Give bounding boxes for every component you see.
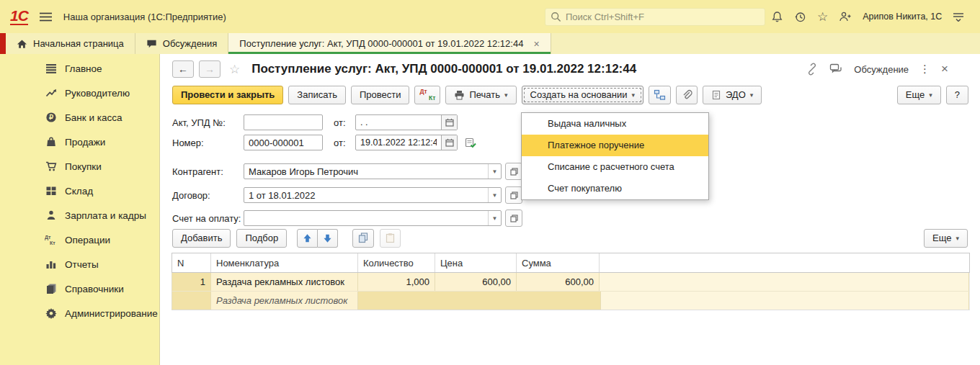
menu-item-payment-order[interactable]: Платежное поручение <box>522 135 708 156</box>
table-toolbar: Добавить Подбор Еще ▾ <box>172 228 968 248</box>
edo-label: ЭДО <box>726 89 746 100</box>
cell-nomenclature[interactable]: Раздача рекламных листовок <box>211 273 358 291</box>
cell-sum[interactable]: 600,00 <box>517 273 600 291</box>
calendar-icon[interactable] <box>441 115 457 130</box>
cell-content[interactable]: Раздача рекламных листовок <box>211 292 358 310</box>
set-date-check-icon[interactable] <box>465 138 476 148</box>
more-button[interactable]: Еще ▾ <box>897 86 941 104</box>
print-button[interactable]: Печать ▾ <box>445 86 516 104</box>
document-title: Поступление услуг: Акт, УПД 0000-000001 … <box>251 62 636 76</box>
attachments-button[interactable] <box>676 86 698 104</box>
tab-discussions[interactable]: Обсуждения <box>135 33 229 54</box>
table-more-button[interactable]: Еще ▾ <box>924 229 968 248</box>
cell-row-number[interactable]: 1 <box>172 273 211 291</box>
akt-number-input[interactable] <box>244 114 323 130</box>
cell-row-number-empty <box>172 292 211 310</box>
notifications-bell-icon[interactable] <box>771 11 783 23</box>
move-down-button[interactable] <box>318 229 338 248</box>
cell-empty <box>601 292 969 310</box>
help-button[interactable]: ? <box>946 86 968 104</box>
show-postings-button[interactable]: ДтКт <box>414 86 440 104</box>
sidebar-item-bank[interactable]: ₽ Банк и касса <box>0 105 159 130</box>
sidebar-item-administration[interactable]: Администрирование <box>0 301 159 325</box>
cell-price[interactable]: 600,00 <box>435 273 517 291</box>
history-icon[interactable] <box>794 11 806 23</box>
trend-arrow-icon <box>45 86 58 99</box>
back-button[interactable]: ← <box>172 60 194 78</box>
table-subrow[interactable]: Раздача рекламных листовок <box>172 292 970 310</box>
sidebar-item-operations[interactable]: ДтКт Операции <box>0 227 159 252</box>
sidebar-item-purchases[interactable]: Покупки <box>0 154 159 179</box>
paste-row-button[interactable] <box>380 229 401 248</box>
main-menu-icon[interactable] <box>40 12 52 22</box>
contract-row: Договор: ▼ <box>172 186 522 204</box>
open-contract-button[interactable] <box>505 186 522 204</box>
open-invoice-button[interactable] <box>505 209 522 227</box>
combo-dropdown-icon[interactable]: ▼ <box>488 211 501 225</box>
column-header-nomenclature[interactable]: Номенклатура <box>211 253 358 272</box>
sidebar-item-warehouse[interactable]: Склад <box>0 179 159 203</box>
contract-input[interactable] <box>244 188 488 202</box>
chat-bubble-icon <box>146 39 157 49</box>
sidebar-item-sales[interactable]: Продажи <box>0 130 159 154</box>
post-and-close-button[interactable]: Провести и закрыть <box>172 86 283 104</box>
close-form-icon[interactable]: × <box>941 62 948 76</box>
forward-button[interactable]: → <box>199 60 220 78</box>
service-menu-icon[interactable] <box>953 12 964 22</box>
tab-home[interactable]: Начальная страница <box>6 33 135 54</box>
column-header-empty <box>600 253 969 272</box>
pick-button[interactable]: Подбор <box>236 229 287 248</box>
search-input[interactable] <box>566 12 760 22</box>
sidebar-item-directories[interactable]: Справочники <box>0 276 159 301</box>
sidebar-item-manager[interactable]: Руководителю <box>0 81 159 105</box>
invoice-input[interactable] <box>244 211 488 225</box>
sidebar-item-label: Склад <box>65 186 93 197</box>
document-structure-button[interactable] <box>649 86 671 104</box>
books-icon <box>45 282 58 295</box>
save-button[interactable]: Записать <box>288 86 346 104</box>
edo-button[interactable]: ЭДО ▾ <box>703 86 762 104</box>
sidebar-item-reports[interactable]: Отчеты <box>0 252 159 276</box>
users-icon[interactable] <box>839 11 852 22</box>
calendar-icon[interactable] <box>441 135 457 150</box>
sidebar-item-label: Справочники <box>65 284 124 294</box>
tab-close-icon[interactable]: × <box>533 38 539 50</box>
current-user[interactable]: Арипов Никита, 1С <box>863 12 942 22</box>
column-header-n[interactable]: N <box>172 253 211 272</box>
tab-document[interactable]: Поступление услуг: Акт, УПД 0000-000001 … <box>228 33 551 54</box>
number-date-input[interactable] <box>356 135 441 150</box>
copy-row-button[interactable] <box>352 229 374 248</box>
combo-dropdown-icon[interactable]: ▼ <box>488 164 501 179</box>
sidebar-item-label: Покупки <box>65 161 102 172</box>
akt-date-input[interactable] <box>356 115 441 130</box>
kebab-menu-icon[interactable]: ⋮ <box>919 63 930 76</box>
number-input[interactable] <box>244 135 323 150</box>
column-header-quantity[interactable]: Количество <box>358 253 435 272</box>
create-based-on-button[interactable]: Создать на основании ▾ <box>522 86 643 104</box>
grid-squares-icon <box>45 184 58 197</box>
favorites-icon[interactable]: ☆ <box>817 11 828 23</box>
move-up-button[interactable] <box>297 229 318 248</box>
cell-quantity[interactable]: 1,000 <box>358 273 435 291</box>
akt-from-label: от: <box>334 117 355 128</box>
combo-dropdown-icon[interactable]: ▼ <box>488 188 501 202</box>
counterparty-input[interactable] <box>244 164 488 179</box>
invoice-field: ▼ <box>244 210 502 226</box>
link-icon[interactable] <box>806 63 819 76</box>
global-search[interactable] <box>545 8 765 26</box>
column-header-sum[interactable]: Сумма <box>517 253 600 272</box>
post-button[interactable]: Провести <box>351 86 410 104</box>
menu-item-cash-issue[interactable]: Выдача наличных <box>522 113 708 135</box>
table-row[interactable]: 1 Раздача рекламных листовок 1,000 600,0… <box>172 273 970 292</box>
menu-item-account-debit[interactable]: Списание с расчетного счета <box>522 156 708 178</box>
add-row-button[interactable]: Добавить <box>172 229 231 248</box>
column-header-price[interactable]: Цена <box>435 253 517 272</box>
open-counterparty-button[interactable] <box>505 163 522 180</box>
favorites-star-icon[interactable]: ☆ <box>229 62 240 77</box>
sidebar-item-hr[interactable]: Зарплата и кадры <box>0 203 159 227</box>
sidebar-item-main[interactable]: Главное <box>0 56 159 81</box>
discussion-icon[interactable] <box>829 63 843 75</box>
akt-row: Акт, УПД №: от: <box>172 114 458 131</box>
discussion-link[interactable]: Обсуждение <box>854 64 909 75</box>
menu-item-buyer-invoice[interactable]: Счет покупателю <box>522 178 708 199</box>
